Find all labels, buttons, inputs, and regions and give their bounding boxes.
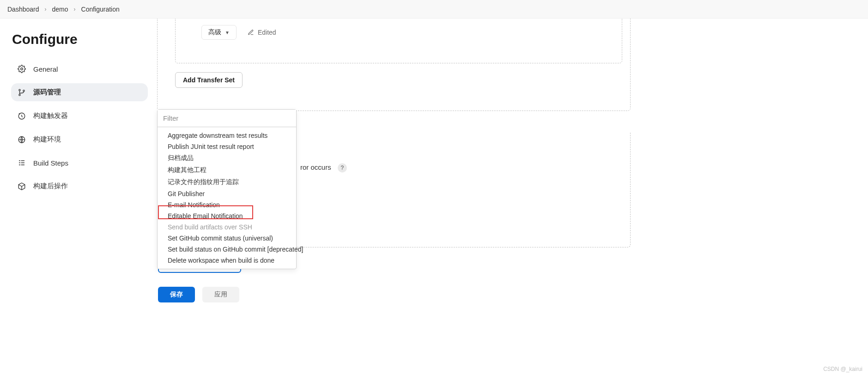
dropdown-item[interactable]: Delete workspace when build is done (158, 255, 296, 266)
chevron-right-icon: › (45, 6, 47, 12)
breadcrumb-item-dashboard[interactable]: Dashboard (7, 6, 39, 13)
breadcrumb-item-configuration[interactable]: Configuration (81, 6, 120, 13)
sidebar-item-label: Build Steps (33, 159, 68, 167)
globe-icon (18, 136, 26, 144)
dropdown-item[interactable]: Set GitHub commit status (universal) (158, 233, 296, 244)
branch-icon (18, 88, 26, 97)
sidebar-item-label: 构建环境 (33, 135, 61, 144)
steps-icon (18, 159, 26, 167)
apply-button[interactable]: 应用 (202, 287, 239, 302)
dropdown-filter-input[interactable] (158, 110, 296, 127)
clock-icon (18, 112, 26, 120)
sidebar-item-build-steps[interactable]: Build Steps (11, 154, 148, 172)
dropdown-list: Aggregate downstream test results Publis… (158, 127, 296, 269)
advanced-button[interactable]: 高级 ▼ (201, 25, 237, 40)
package-icon (18, 182, 26, 191)
dropdown-item[interactable]: Aggregate downstream test results (158, 130, 296, 141)
dropdown-item[interactable]: Git Publisher (158, 188, 296, 199)
footer-buttons: 保存 应用 (158, 287, 239, 302)
chevron-right-icon: › (74, 6, 76, 12)
svg-point-0 (21, 68, 23, 70)
pencil-icon (248, 29, 254, 36)
sidebar-item-post-build[interactable]: 构建后操作 (11, 177, 148, 195)
sidebar-item-scm[interactable]: 源码管理 (11, 83, 148, 101)
chevron-down-icon: ▼ (225, 30, 230, 35)
ssh-server-container: 高级 ▼ Edited Add Transfer Set (157, 18, 631, 111)
edited-label: Edited (258, 29, 276, 36)
post-build-actions-dropdown: Aggregate downstream test results Publis… (157, 109, 297, 269)
svg-point-1 (19, 89, 20, 91)
svg-point-2 (19, 94, 20, 95)
dropdown-item[interactable]: 记录文件的指纹用于追踪 (158, 176, 296, 188)
dropdown-item[interactable]: E-mail Notification (158, 199, 296, 210)
sidebar-item-environment[interactable]: 构建环境 (11, 130, 148, 148)
dropdown-item[interactable]: 归档成品 (158, 152, 296, 164)
breadcrumb-item-project[interactable]: demo (52, 6, 68, 13)
fail-on-error-label-partial: ror occurs ? (300, 163, 347, 173)
sidebar-item-triggers[interactable]: 构建触发器 (11, 107, 148, 125)
help-icon[interactable]: ? (338, 163, 347, 173)
dropdown-item-send-ssh[interactable]: Send build artifacts over SSH (158, 222, 296, 233)
svg-point-3 (23, 90, 24, 91)
page-title: Configure (12, 31, 148, 47)
sidebar-item-label: 构建后操作 (33, 182, 68, 191)
dropdown-item[interactable]: Publish JUnit test result report (158, 141, 296, 152)
add-transfer-set-button[interactable]: Add Transfer Set (175, 72, 243, 88)
sidebar: Configure General 源码管理 构建触发器 构建环境 Build … (0, 18, 152, 376)
sidebar-item-label: 源码管理 (33, 88, 61, 97)
dropdown-item[interactable]: 构建其他工程 (158, 164, 296, 176)
save-button[interactable]: 保存 (158, 287, 195, 302)
advanced-label: 高级 (208, 28, 221, 37)
sidebar-item-label: 构建触发器 (33, 111, 68, 120)
dropdown-item[interactable]: Set build status on GitHub commit [depre… (158, 244, 296, 255)
sidebar-item-label: General (33, 65, 58, 73)
edited-indicator: Edited (248, 29, 276, 36)
transfer-set-container: 高级 ▼ Edited (175, 18, 622, 63)
sidebar-item-general[interactable]: General (11, 60, 148, 78)
dropdown-item[interactable]: Editable Email Notification (158, 210, 296, 222)
gear-icon (18, 65, 26, 73)
main-area: 高级 ▼ Edited Add Transfer Set ror occurs … (157, 18, 859, 376)
breadcrumb: Dashboard › demo › Configuration (0, 0, 868, 18)
